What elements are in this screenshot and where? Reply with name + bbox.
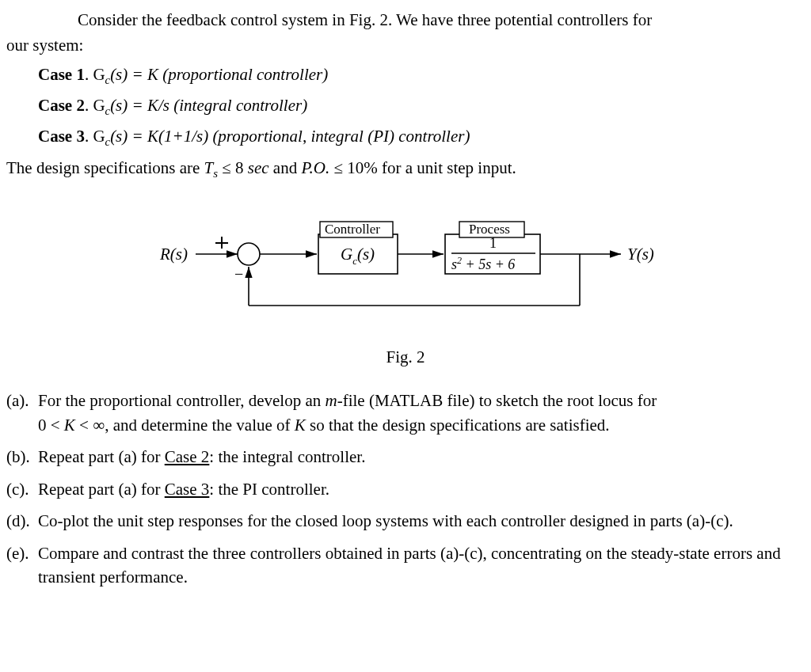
input-label: R(s) [159,245,188,264]
design-spec: The design specifications are Ts ≤ 8 sec… [6,156,805,182]
case-3: Case 3. Gc(s) = K(1+1/s) (proportional, … [38,124,805,150]
question-list: (a). For the proportional controller, de… [6,389,805,589]
question-a: (a). For the proportional controller, de… [6,389,805,437]
case1-label: Case 1 [38,65,85,84]
case-1: Case 1. Gc(s) = K (proportional controll… [38,63,805,89]
intro-paragraph: Consider the feedback control system in … [6,8,805,58]
case-2: Case 2. Gc(s) = K/s (integral controller… [38,93,805,120]
diagram-svg: R(s) − Controller Gc(s) Process 1 s2 + 5… [152,204,659,339]
block-diagram: R(s) − Controller Gc(s) Process 1 s2 + 5… [136,204,675,370]
question-d: (d). Co-plot the unit step responses for… [6,509,805,533]
case3-label: Case 3 [38,127,85,146]
case2-label: Case 2 [38,96,85,115]
controller-content: Gc(s) [341,245,375,267]
intro-line2: our system: [6,36,83,55]
process-denominator: s2 + 5s + 6 [451,255,515,272]
minus-sign: − [234,265,243,283]
question-e: (e). Compare and contrast the three cont… [6,541,805,590]
question-b: (b). Repeat part (a) for Case 2: the int… [6,445,805,469]
process-numerator: 1 [489,235,497,251]
figure-caption: Fig. 2 [136,345,675,370]
question-c: (c). Repeat part (a) for Case 3: the PI … [6,477,805,501]
output-label: Y(s) [627,245,654,264]
controller-title: Controller [325,222,380,237]
summing-junction-icon [238,243,260,265]
intro-line1: Consider the feedback control system in … [78,10,652,29]
